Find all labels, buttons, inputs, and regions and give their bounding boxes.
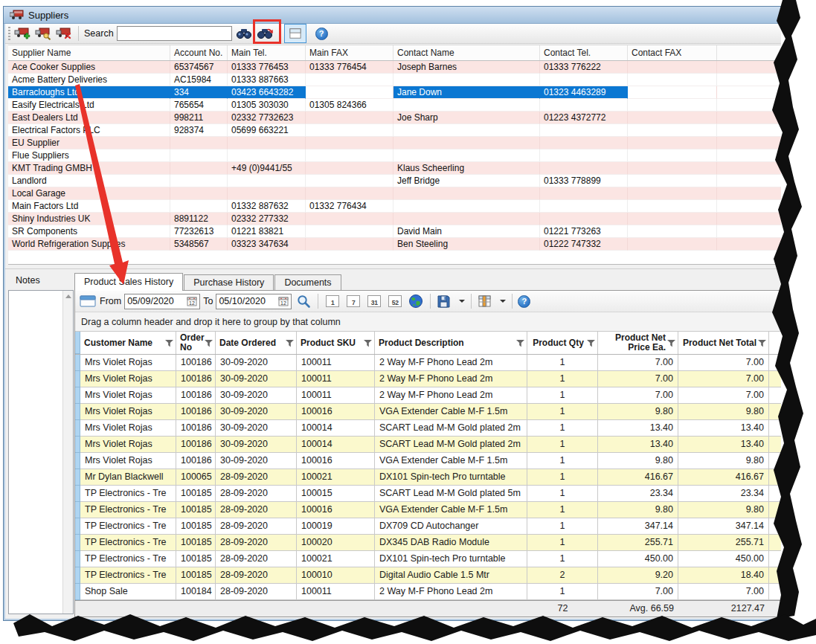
supplier-column-header[interactable]: Account No. (170, 45, 228, 60)
find-supplier-button[interactable] (34, 25, 52, 42)
web-button[interactable] (407, 293, 425, 309)
supplier-cell (306, 175, 393, 187)
panel-layout-button[interactable] (79, 293, 97, 309)
product-row[interactable]: Mrs Violet Rojas10018630-09-20201000112 … (75, 355, 786, 371)
help-icon[interactable]: ? (315, 28, 328, 40)
supplier-row[interactable]: East Dealers Ltd99821102332 7732623Joe S… (8, 112, 785, 124)
product-row[interactable]: Mr Dylan Blackwell10006528-09-2020100021… (75, 469, 786, 486)
product-row[interactable]: TP Electronics - Tre10018528-09-20201000… (75, 518, 786, 535)
product-grid: Customer NameOrder NoDate OrderedProduct… (75, 332, 786, 616)
product-row[interactable]: Mrs Violet Rojas10018630-09-2020100016VG… (75, 404, 786, 420)
filter-icon[interactable] (286, 340, 294, 347)
supplier-column-header[interactable]: Contact Tel. (540, 45, 628, 60)
from-date-field[interactable]: 05/09/2020 12 (124, 294, 200, 309)
product-row[interactable]: TP Electronics - Tre10018528-09-20201000… (75, 535, 786, 551)
to-date-field[interactable]: 05/10/2020 12 (216, 294, 292, 309)
product-column-header[interactable]: Product Net Price Ea. (598, 332, 678, 354)
supplier-row[interactable]: Flue Suppliers (8, 149, 785, 162)
preset-7-days-button[interactable]: 7 (344, 292, 362, 310)
supplier-row[interactable]: Ace Cooker Supplies6537456701333 7764530… (8, 61, 785, 74)
filter-icon[interactable] (364, 340, 372, 347)
filter-icon[interactable] (587, 340, 595, 347)
group-by-bar[interactable]: Drag a column header and drop it here to… (75, 312, 786, 332)
filter-icon[interactable] (667, 340, 675, 347)
column-chooser-button[interactable] (477, 293, 492, 309)
save-button[interactable] (436, 293, 451, 309)
tab-purchase-history[interactable]: Purchase History (184, 274, 274, 291)
product-row[interactable]: Mrs Violet Rojas10018630-09-2020100016VG… (75, 453, 786, 469)
notes-textarea[interactable] (8, 290, 74, 614)
product-row[interactable]: Shop Sale10018428-09-20201000112 Way M-F… (75, 584, 786, 600)
history-help-icon[interactable]: ? (518, 295, 530, 308)
product-column-header[interactable]: Product SKU (297, 332, 375, 354)
supplier-column-header[interactable]: Main FAX (306, 45, 393, 60)
save-dropdown-button[interactable] (454, 293, 466, 309)
supplier-cell: 01222 747332 (540, 238, 628, 251)
supplier-cell (393, 149, 540, 162)
filter-icon[interactable] (516, 340, 524, 347)
delete-supplier-button[interactable] (55, 25, 73, 42)
preset-1-day-button[interactable]: 1 (324, 292, 341, 310)
product-cell: 9.80 (678, 453, 769, 469)
supplier-row[interactable]: Local Garage (8, 187, 785, 200)
scroll-up-icon[interactable] (65, 294, 71, 298)
product-column-header[interactable]: Order No (176, 332, 216, 354)
product-cell: 7.00 (598, 387, 678, 404)
summary-total: 2127.47 (678, 601, 769, 616)
supplier-row[interactable]: Acme Battery DeliveriesAC1598401333 8876… (8, 74, 785, 86)
supplier-row[interactable]: SR Components7723261301221 83821David Ma… (8, 225, 785, 238)
product-column-header[interactable]: Product Description (375, 332, 527, 354)
product-cell: Digital Audio Cable 1.5 Mtr (375, 567, 527, 584)
supplier-row[interactable]: Barracloughs Ltd33403423 6643282Jane Dow… (8, 86, 785, 99)
product-row[interactable]: Mrs Violet Rojas10018630-09-2020100014SC… (75, 437, 786, 453)
search-input[interactable] (117, 26, 232, 41)
preset-52-weeks-button[interactable]: 52 (386, 292, 404, 310)
split-view-button[interactable] (284, 24, 306, 43)
supplier-row[interactable]: KMT Trading GMBH+49 (0)9441/55Klaus Sche… (8, 162, 785, 175)
product-column-header[interactable]: Date Ordered (216, 332, 297, 354)
preset-31-days-button[interactable]: 31 (365, 292, 383, 310)
run-search-button[interactable] (295, 293, 312, 309)
filter-icon[interactable] (165, 340, 173, 347)
product-row[interactable]: TP Electronics - Tre10018528-09-20201000… (75, 486, 786, 502)
product-row[interactable]: TP Electronics - Tre10018528-09-20201000… (75, 551, 786, 567)
product-row[interactable]: TP Electronics - Tre10018528-09-20201000… (75, 567, 786, 584)
supplier-row[interactable]: EU Supplier (8, 137, 785, 149)
columns-dropdown-button[interactable] (495, 293, 507, 309)
filter-icon[interactable] (758, 340, 766, 347)
supplier-row[interactable]: Shiny Industries UK889112202332 277332 (8, 213, 785, 225)
product-column-header[interactable]: Customer Name (80, 332, 176, 354)
supplier-row[interactable]: LandlordJeff Bridge01333 778899 (8, 175, 785, 187)
supplier-row[interactable]: Main Factors Ltd01332 88763201332 776434 (8, 200, 785, 213)
supplier-row[interactable]: Easify Electricals Ltd76565401305 303030… (8, 99, 785, 112)
product-cell: SCART Lead M-M Gold plated 2m (375, 437, 527, 453)
product-column-header[interactable]: Product Net Total (678, 332, 769, 354)
supplier-row[interactable]: Electrical Factors PLC92837405699 663221 (8, 124, 785, 137)
supplier-row[interactable]: World Refrigeration Supplies534856703323… (8, 238, 785, 251)
add-supplier-button[interactable] (13, 25, 31, 42)
product-row[interactable]: TP Electronics - Tre10018528-09-20201000… (75, 502, 786, 518)
supplier-cell: Joe Sharp (393, 112, 540, 124)
filter-icon[interactable] (205, 340, 213, 347)
product-cell: 416.67 (598, 469, 678, 486)
supplier-column-header[interactable]: Supplier Name (8, 45, 170, 60)
supplier-cell (306, 124, 393, 137)
supplier-column-header[interactable]: Contact Name (393, 45, 540, 60)
calendar-picker-icon[interactable]: 12 (187, 296, 197, 306)
supplier-cell (717, 162, 785, 175)
product-column-header[interactable]: Product Qty (527, 332, 598, 354)
product-row[interactable]: Mrs Violet Rojas10018630-09-2020100014SC… (75, 420, 786, 437)
notes-scrollbar[interactable] (62, 291, 73, 614)
supplier-cell (628, 213, 717, 225)
supplier-column-header[interactable]: Main Tel. (228, 45, 306, 60)
product-cell: 2 Way M-F Phono Lead 2m (375, 584, 527, 600)
calendar-picker-icon[interactable]: 12 (278, 296, 289, 306)
supplier-column-header[interactable]: Contact FAX (628, 45, 717, 60)
tab-product-sales-history[interactable]: Product Sales History (74, 273, 183, 291)
tab-documents[interactable]: Documents (274, 274, 341, 291)
product-row[interactable]: Mrs Violet Rojas10018630-09-20201000112 … (75, 371, 786, 387)
product-row[interactable]: Mrs Violet Rojas10018630-09-20201000112 … (75, 387, 786, 404)
search-go-button[interactable] (235, 25, 253, 42)
product-cell: 450.00 (598, 551, 678, 567)
product-cell-filler (769, 584, 786, 600)
